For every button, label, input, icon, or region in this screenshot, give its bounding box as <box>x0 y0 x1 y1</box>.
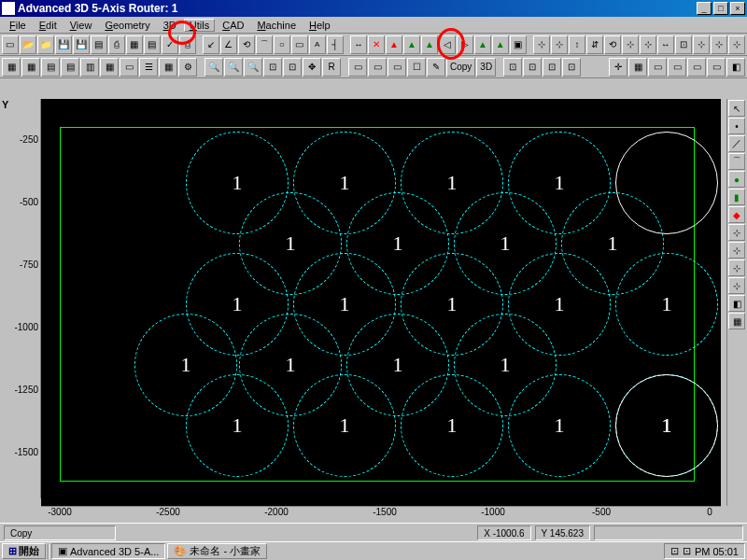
geometry-circle[interactable]: 1 <box>401 374 503 477</box>
grid4-icon[interactable]: ▤ <box>61 58 79 77</box>
menu-cad[interactable]: CAD <box>217 19 249 32</box>
view4-icon[interactable]: ▭ <box>707 58 726 77</box>
menu-utils[interactable]: Utils <box>184 19 215 32</box>
maximize-button[interactable]: □ <box>713 2 728 15</box>
side-tool6-icon[interactable]: ▦ <box>728 313 745 329</box>
v3-icon[interactable]: ⊡ <box>543 58 561 77</box>
layer2-icon[interactable]: ☰ <box>139 58 158 77</box>
t7-icon[interactable]: ⊹ <box>640 35 656 54</box>
side-line-icon[interactable]: ／ <box>728 135 745 152</box>
sel3-icon[interactable]: ▭ <box>388 58 406 77</box>
grid1-icon[interactable]: ▦ <box>2 58 21 77</box>
up-red-icon[interactable]: ▲ <box>386 35 402 54</box>
side-point-icon[interactable]: • <box>728 118 745 134</box>
zoom-icon[interactable]: 🔍 <box>204 58 223 77</box>
reset-icon[interactable]: R <box>322 58 341 77</box>
doc2-icon[interactable]: ▤ <box>144 35 161 54</box>
t6-icon[interactable]: ⊹ <box>622 35 639 54</box>
print2-icon[interactable]: ⎙ <box>179 35 196 54</box>
t10-icon[interactable]: ⊹ <box>693 35 710 54</box>
geometry-circle[interactable]: 1 <box>615 253 718 356</box>
view1-icon[interactable]: ▭ <box>648 58 667 77</box>
v2-icon[interactable]: ⊡ <box>523 58 542 77</box>
tool-icon[interactable]: ⚙ <box>178 58 197 77</box>
geometry-circle[interactable]: 1 <box>508 374 611 477</box>
grid3-icon[interactable]: ▤ <box>41 58 60 77</box>
move-icon[interactable]: ↔ <box>350 35 367 54</box>
side-tool5-icon[interactable]: ◧ <box>728 295 745 312</box>
play2-icon[interactable]: ▲ <box>492 35 509 54</box>
copy-button[interactable]: Copy <box>446 58 475 77</box>
zoom-win-icon[interactable]: ⊡ <box>283 58 302 77</box>
geometry-circle-selected[interactable] <box>615 132 718 234</box>
sel2-icon[interactable]: ▭ <box>368 58 387 77</box>
play-icon[interactable]: ▲ <box>474 35 491 54</box>
edit2-icon[interactable]: ∠ <box>220 35 237 54</box>
sel-icon[interactable]: ▭ <box>348 58 367 77</box>
side-tool1-icon[interactable]: ⊹ <box>728 224 745 241</box>
sel4-icon[interactable]: ☐ <box>407 58 426 77</box>
menu-machine[interactable]: Machine <box>251 19 302 32</box>
t2-icon[interactable]: ⊹ <box>551 35 568 54</box>
props-icon[interactable]: ▤ <box>91 35 107 54</box>
edit1-icon[interactable]: ↙ <box>203 35 219 54</box>
side-cursor-icon[interactable]: ↖ <box>728 100 745 117</box>
menu-3d[interactable]: 3D <box>158 19 182 32</box>
t9-icon[interactable]: ⊡ <box>675 35 692 54</box>
delete-icon[interactable]: ✕ <box>368 35 385 54</box>
system-tray[interactable]: ⊡ ⊡ PM 05:01 <box>664 543 745 559</box>
draw-icon[interactable]: ✎ <box>427 58 445 77</box>
select-icon[interactable]: ✓ <box>162 35 178 54</box>
side-rect-icon[interactable]: ▮ <box>728 189 745 205</box>
zoom2-icon[interactable]: 🔍 <box>224 58 243 77</box>
side-circle-icon[interactable]: ● <box>728 171 745 188</box>
side-tool3-icon[interactable]: ⊹ <box>728 259 745 276</box>
minimize-button[interactable]: _ <box>697 2 712 15</box>
tray-icon-2[interactable]: ⊡ <box>683 545 691 557</box>
grid-icon[interactable]: ▦ <box>628 58 647 77</box>
geometry-circle[interactable]: 1 <box>186 374 289 477</box>
v1-icon[interactable]: ⊡ <box>503 58 522 77</box>
next-icon[interactable]: ▷ <box>457 35 473 54</box>
new-icon[interactable]: ▭ <box>2 35 19 54</box>
step-icon[interactable]: ▣ <box>510 35 527 54</box>
taskbar-item-1[interactable]: ▣ Advanced 3D 5-A... <box>51 543 165 559</box>
view3-icon[interactable]: ▭ <box>687 58 706 77</box>
t11-icon[interactable]: ⊹ <box>711 35 727 54</box>
t5-icon[interactable]: ⟲ <box>604 35 621 54</box>
tray-icon-1[interactable]: ⊡ <box>670 545 679 557</box>
dim-icon[interactable]: ┤ <box>327 35 344 54</box>
save-icon[interactable]: 💾 <box>55 35 72 54</box>
up-green-icon[interactable]: ▲ <box>403 35 420 54</box>
axis-icon[interactable]: ✛ <box>609 58 627 77</box>
layer3-icon[interactable]: ▦ <box>159 58 177 77</box>
t4-icon[interactable]: ⇵ <box>586 35 603 54</box>
start-button[interactable]: ⊞ 開始 <box>2 543 46 559</box>
zoom-fit-icon[interactable]: ⊡ <box>263 58 282 77</box>
t1-icon[interactable]: ⊹ <box>533 35 550 54</box>
side-poly-icon[interactable]: ◆ <box>728 206 745 223</box>
t3-icon[interactable]: ↕ <box>569 35 585 54</box>
menu-edit[interactable]: Edit <box>34 19 63 32</box>
zoom3-icon[interactable]: 🔍 <box>244 58 262 77</box>
prev-icon[interactable]: ◁ <box>439 35 456 54</box>
view2-icon[interactable]: ▭ <box>668 58 686 77</box>
view5-icon[interactable]: ◧ <box>726 58 745 77</box>
3d-button[interactable]: 3D <box>476 58 496 77</box>
save2-icon[interactable]: 💾 <box>73 35 90 54</box>
menu-geometry[interactable]: Geometry <box>99 19 155 32</box>
open2-icon[interactable]: 📁 <box>37 35 54 54</box>
v4-icon[interactable]: ⊡ <box>562 58 581 77</box>
edit3-icon[interactable]: ⟲ <box>238 35 255 54</box>
doc-icon[interactable]: ▦ <box>126 35 143 54</box>
curve-icon[interactable]: ⌒ <box>256 35 273 54</box>
menu-file[interactable]: File <box>4 19 32 32</box>
rect-icon[interactable]: ▭ <box>291 35 308 54</box>
pan-icon[interactable]: ✥ <box>303 58 321 77</box>
layer-icon[interactable]: ▭ <box>120 58 138 77</box>
text-icon[interactable]: A <box>309 35 326 54</box>
up-green2-icon[interactable]: ▲ <box>421 35 438 54</box>
t8-icon[interactable]: ↔ <box>657 35 674 54</box>
taskbar-item-2[interactable]: 🎨 未命名 - 小畫家 <box>167 543 267 559</box>
open-icon[interactable]: 📂 <box>20 35 36 54</box>
